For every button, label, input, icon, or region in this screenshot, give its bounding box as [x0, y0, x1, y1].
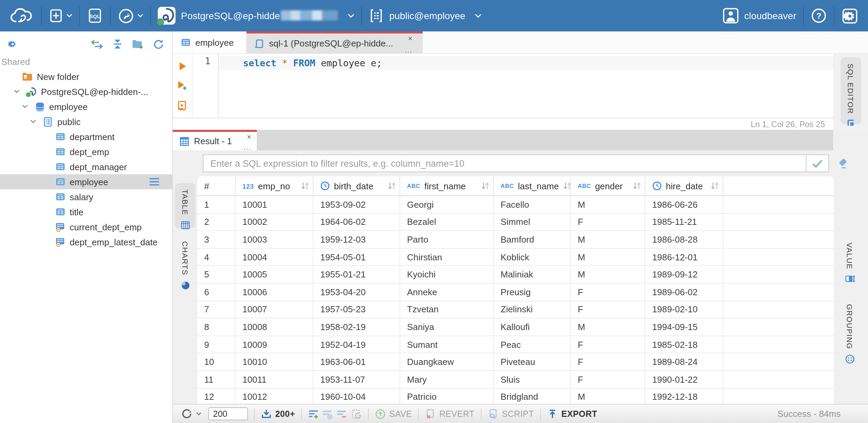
settings-button[interactable]	[841, 7, 858, 24]
grid-cell[interactable]: 10012	[236, 388, 313, 404]
tab-menu-icon[interactable]: ...	[243, 145, 251, 150]
grid-cell[interactable]: 1952-04-19	[313, 336, 400, 353]
tree-item-employee[interactable]: employee	[0, 174, 172, 189]
user-menu[interactable]: cloudbeaver	[722, 8, 796, 24]
grid-cell[interactable]: 1985-02-18	[645, 336, 723, 353]
grid-cell[interactable]: 1990-01-22	[645, 371, 723, 388]
chevron-down-icon[interactable]	[19, 105, 30, 109]
grid-cell[interactable]: Georgi	[400, 196, 494, 213]
revert-button[interactable]: REVERT	[425, 408, 474, 419]
refresh-tree-icon[interactable]	[153, 39, 164, 50]
row-number-cell[interactable]: 10	[197, 354, 236, 370]
row-number-cell[interactable]: 3	[197, 231, 236, 248]
grid-cell[interactable]: M	[571, 249, 645, 265]
column-header-emp_no[interactable]: 123emp_no	[236, 176, 313, 195]
grid-cell[interactable]: 1955-01-21	[313, 266, 400, 283]
grid-cell[interactable]: Mary	[400, 371, 494, 388]
duplicate-row-button[interactable]	[322, 408, 333, 419]
grid-cell[interactable]: 1989-08-24	[645, 354, 723, 370]
sort-icon[interactable]	[632, 182, 641, 190]
grid-cell[interactable]: 1953-09-02	[313, 196, 400, 213]
grid-cell[interactable]: 1992-12-18	[645, 388, 723, 404]
grid-cell[interactable]: Bezalel	[400, 214, 494, 230]
row-number-cell[interactable]: 2	[197, 214, 236, 230]
sort-icon[interactable]	[563, 182, 572, 190]
chevron-down-icon[interactable]	[27, 120, 38, 124]
grid-cell[interactable]: Bamford	[494, 231, 571, 248]
grid-cell[interactable]: 10008	[236, 318, 313, 335]
tab-table-presentation[interactable]: TABLE	[175, 183, 195, 228]
tree-item-dept_manager[interactable]: dept_manager	[0, 159, 172, 174]
new-connection-button[interactable]	[48, 8, 72, 23]
grid-cell[interactable]: Sluis	[494, 371, 571, 388]
execute-query-icon[interactable]	[178, 62, 187, 71]
tab-value-panel[interactable]: VALUE	[839, 236, 860, 288]
row-number-cell[interactable]: 8	[197, 318, 236, 335]
grid-cell[interactable]: 1953-04-20	[313, 284, 400, 300]
grid-cell[interactable]: F	[571, 284, 645, 300]
grid-cell[interactable]: F	[571, 214, 645, 230]
row-number-cell[interactable]: 5	[197, 266, 236, 283]
grid-cell[interactable]: 1958-02-19	[313, 318, 400, 335]
grid-cell[interactable]: 1954-05-01	[313, 249, 400, 265]
grid-cell[interactable]: 1957-05-23	[313, 301, 400, 318]
grid-cell[interactable]: Peac	[494, 336, 571, 353]
grid-cell[interactable]: 1960-10-04	[313, 388, 400, 404]
tree-item-new-folder[interactable]: New folder	[0, 69, 172, 84]
grid-cell[interactable]: 1989-09-12	[645, 266, 723, 283]
grid-cell[interactable]: 10009	[236, 336, 313, 353]
tab-sql-editor-side[interactable]: SQL EDITOR	[840, 57, 861, 124]
new-folder-icon[interactable]	[132, 39, 144, 49]
tree-item-employee[interactable]: employee	[0, 99, 172, 114]
grid-cell[interactable]: Koblick	[494, 249, 571, 265]
code-area[interactable]: select * FROM employee e;	[219, 54, 833, 118]
grid-cell[interactable]: 1985-11-21	[645, 214, 723, 230]
grid-cell[interactable]: Kyoichi	[400, 266, 494, 283]
grid-cell[interactable]: Patricio	[400, 388, 494, 404]
tree-item-dept_emp_latest_date[interactable]: dept_emp_latest_date	[0, 234, 172, 249]
column-header-gender[interactable]: ABCgender	[571, 176, 645, 195]
tab-sql-editor[interactable]: sql-1 (PostgreSQL@ep-hidde... × ...	[247, 31, 423, 53]
grid-cell[interactable]: Simmel	[494, 214, 571, 230]
grid-cell[interactable]: Chirstian	[400, 249, 494, 265]
grid-cell[interactable]: Bridgland	[494, 388, 571, 404]
delete-row-button[interactable]	[336, 408, 347, 419]
grid-cell[interactable]: 10006	[236, 284, 313, 300]
apply-changes-button[interactable]	[351, 408, 362, 419]
grid-cell[interactable]: Anneke	[400, 284, 494, 300]
grid-cell[interactable]: 1989-06-02	[645, 284, 723, 300]
row-number-cell[interactable]: 12	[197, 388, 236, 404]
tree-item-dept_emp[interactable]: dept_emp	[0, 144, 172, 159]
close-tab-icon[interactable]: ×	[247, 133, 251, 140]
script-button[interactable]: SCRIPT	[488, 408, 534, 419]
tree-item-department[interactable]: department	[0, 129, 172, 144]
add-row-button[interactable]	[308, 408, 319, 419]
apply-filter-button[interactable]	[806, 154, 829, 172]
grid-cell[interactable]: M	[571, 196, 645, 213]
tree-item-salary[interactable]: salary	[0, 189, 172, 204]
grid-cell[interactable]: Facello	[494, 196, 571, 213]
sidebar-settings-gear-icon[interactable]	[7, 38, 18, 50]
connection-selector[interactable]: PostgreSQL@ep-hidde	[158, 7, 354, 25]
help-button[interactable]: ?	[811, 8, 827, 24]
grid-cell[interactable]: Tzvetan	[400, 301, 494, 318]
grid-cell[interactable]: Kalloufi	[494, 318, 571, 335]
grid-cell[interactable]: Parto	[400, 231, 494, 248]
row-number-cell[interactable]: 9	[197, 336, 236, 353]
grid-cell[interactable]: F	[571, 301, 645, 318]
column-header-rownum[interactable]: #	[197, 176, 236, 195]
grid-cell[interactable]: M	[571, 266, 645, 283]
grid-cell[interactable]: 10007	[236, 301, 313, 318]
grid-cell[interactable]: M	[571, 231, 645, 248]
grid-cell[interactable]: 1994-09-15	[645, 318, 723, 335]
tree-item-postgresql-ep-hidden-[interactable]: PostgreSQL@ep-hidden-...	[0, 84, 172, 99]
grid-cell[interactable]: 1986-06-26	[645, 196, 723, 213]
grid-cell[interactable]: 10004	[236, 249, 313, 265]
filter-input[interactable]	[203, 154, 807, 172]
close-tab-icon[interactable]: ×	[408, 35, 412, 42]
column-header-first_name[interactable]: ABCfirst_name	[400, 176, 494, 195]
grid-cell[interactable]: M	[571, 318, 645, 335]
sort-icon[interactable]	[300, 182, 309, 190]
chevron-down-icon[interactable]	[11, 90, 22, 94]
row-number-cell[interactable]: 7	[197, 301, 236, 318]
